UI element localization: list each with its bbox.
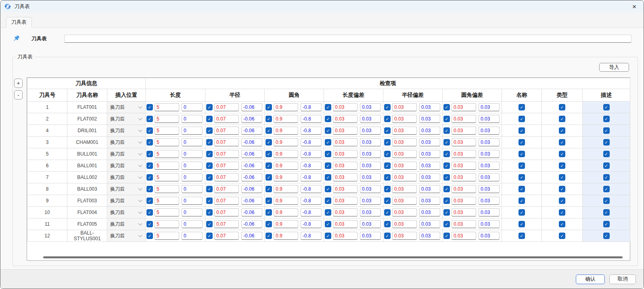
import-button[interactable]: 导入 xyxy=(599,63,629,72)
corner-lower-input[interactable] xyxy=(301,208,322,216)
type-checkbox[interactable] xyxy=(559,198,565,204)
insert-position-select[interactable]: 换刀后 xyxy=(107,207,145,218)
length-lower-input[interactable] xyxy=(182,150,203,158)
radius-dev-upper-input[interactable] xyxy=(392,103,417,111)
tab-tool-table[interactable]: 刀具表 xyxy=(6,17,32,28)
length-upper-input[interactable] xyxy=(155,185,179,193)
radius-lower-input[interactable] xyxy=(241,220,262,228)
length-checkbox[interactable] xyxy=(146,104,153,110)
radius-lower-input[interactable] xyxy=(241,232,262,240)
length-checkbox[interactable] xyxy=(146,139,153,146)
length-lower-input[interactable] xyxy=(182,138,203,146)
radius-upper-input[interactable] xyxy=(214,185,239,193)
radius-checkbox[interactable] xyxy=(206,162,213,169)
corner-dev-upper-input[interactable] xyxy=(452,208,476,216)
radius-dev-lower-input[interactable] xyxy=(419,185,440,193)
length-upper-input[interactable] xyxy=(155,197,179,205)
radius-dev-lower-input[interactable] xyxy=(419,162,440,170)
length-dev-upper-input[interactable] xyxy=(333,208,358,216)
radius-upper-input[interactable] xyxy=(214,103,239,111)
length-dev-checkbox[interactable] xyxy=(325,221,331,227)
corner-dev-upper-input[interactable] xyxy=(452,127,476,135)
radius-dev-upper-input[interactable] xyxy=(392,197,417,205)
insert-position-select[interactable]: 换刀后 xyxy=(107,113,145,125)
radius-dev-lower-input[interactable] xyxy=(419,127,440,135)
corner-checkbox[interactable] xyxy=(266,139,272,146)
radius-lower-input[interactable] xyxy=(241,115,262,123)
radius-dev-upper-input[interactable] xyxy=(392,127,417,135)
radius-dev-lower-input[interactable] xyxy=(419,232,440,240)
radius-lower-input[interactable] xyxy=(241,208,262,216)
radius-checkbox[interactable] xyxy=(206,116,213,122)
description-checkbox[interactable] xyxy=(603,221,610,227)
corner-dev-lower-input[interactable] xyxy=(479,127,500,135)
type-checkbox[interactable] xyxy=(559,127,565,134)
length-dev-checkbox[interactable] xyxy=(325,139,331,146)
length-upper-input[interactable] xyxy=(155,208,179,216)
radius-dev-upper-input[interactable] xyxy=(392,173,417,181)
radius-checkbox[interactable] xyxy=(206,139,213,146)
radius-upper-input[interactable] xyxy=(214,127,239,135)
corner-dev-lower-input[interactable] xyxy=(479,208,500,216)
radius-dev-upper-input[interactable] xyxy=(392,162,417,170)
radius-lower-input[interactable] xyxy=(241,197,262,205)
radius-upper-input[interactable] xyxy=(214,162,239,170)
corner-dev-checkbox[interactable] xyxy=(443,209,450,216)
length-dev-lower-input[interactable] xyxy=(360,115,381,123)
radius-dev-checkbox[interactable] xyxy=(384,127,391,134)
radius-checkbox[interactable] xyxy=(206,233,213,239)
corner-dev-lower-input[interactable] xyxy=(479,185,500,193)
tool-table-name-input[interactable] xyxy=(64,35,631,43)
description-checkbox[interactable] xyxy=(603,127,610,134)
corner-dev-upper-input[interactable] xyxy=(452,232,476,240)
radius-dev-checkbox[interactable] xyxy=(384,186,391,192)
length-dev-lower-input[interactable] xyxy=(360,185,381,193)
insert-position-select[interactable]: 换刀后 xyxy=(107,218,145,230)
radius-upper-input[interactable] xyxy=(214,220,239,228)
type-checkbox[interactable] xyxy=(559,233,565,239)
length-lower-input[interactable] xyxy=(182,103,203,111)
radius-checkbox[interactable] xyxy=(206,221,213,227)
radius-dev-upper-input[interactable] xyxy=(392,138,417,146)
remove-row-button[interactable]: - xyxy=(14,90,23,100)
type-checkbox[interactable] xyxy=(559,209,565,216)
corner-upper-input[interactable] xyxy=(274,208,298,216)
length-checkbox[interactable] xyxy=(146,198,153,204)
radius-dev-lower-input[interactable] xyxy=(419,138,440,146)
radius-dev-upper-input[interactable] xyxy=(392,208,417,216)
length-dev-lower-input[interactable] xyxy=(360,150,381,158)
corner-dev-upper-input[interactable] xyxy=(452,220,476,228)
corner-lower-input[interactable] xyxy=(301,127,322,135)
name-checkbox[interactable] xyxy=(519,116,525,122)
corner-lower-input[interactable] xyxy=(301,103,322,111)
radius-lower-input[interactable] xyxy=(241,103,262,111)
length-dev-upper-input[interactable] xyxy=(333,185,358,193)
radius-dev-lower-input[interactable] xyxy=(419,208,440,216)
length-dev-upper-input[interactable] xyxy=(333,103,358,111)
corner-dev-checkbox[interactable] xyxy=(443,221,450,227)
length-checkbox[interactable] xyxy=(146,221,153,227)
corner-dev-upper-input[interactable] xyxy=(452,162,476,170)
name-checkbox[interactable] xyxy=(519,186,525,192)
radius-upper-input[interactable] xyxy=(214,197,239,205)
corner-dev-upper-input[interactable] xyxy=(452,185,476,193)
length-dev-checkbox[interactable] xyxy=(325,186,331,192)
corner-dev-lower-input[interactable] xyxy=(479,220,500,228)
radius-dev-upper-input[interactable] xyxy=(392,232,417,240)
corner-dev-checkbox[interactable] xyxy=(443,151,450,157)
corner-upper-input[interactable] xyxy=(274,220,298,228)
description-checkbox[interactable] xyxy=(603,104,610,110)
corner-lower-input[interactable] xyxy=(301,185,322,193)
corner-checkbox[interactable] xyxy=(266,233,272,239)
insert-position-select[interactable]: 换刀后 xyxy=(107,137,145,148)
radius-checkbox[interactable] xyxy=(206,151,213,157)
insert-position-select[interactable]: 换刀后 xyxy=(107,160,145,171)
corner-upper-input[interactable] xyxy=(274,150,298,158)
corner-lower-input[interactable] xyxy=(301,115,322,123)
corner-checkbox[interactable] xyxy=(266,221,272,227)
radius-dev-lower-input[interactable] xyxy=(419,220,440,228)
corner-dev-checkbox[interactable] xyxy=(443,174,450,181)
type-checkbox[interactable] xyxy=(559,162,565,169)
radius-dev-upper-input[interactable] xyxy=(392,185,417,193)
length-upper-input[interactable] xyxy=(155,150,179,158)
